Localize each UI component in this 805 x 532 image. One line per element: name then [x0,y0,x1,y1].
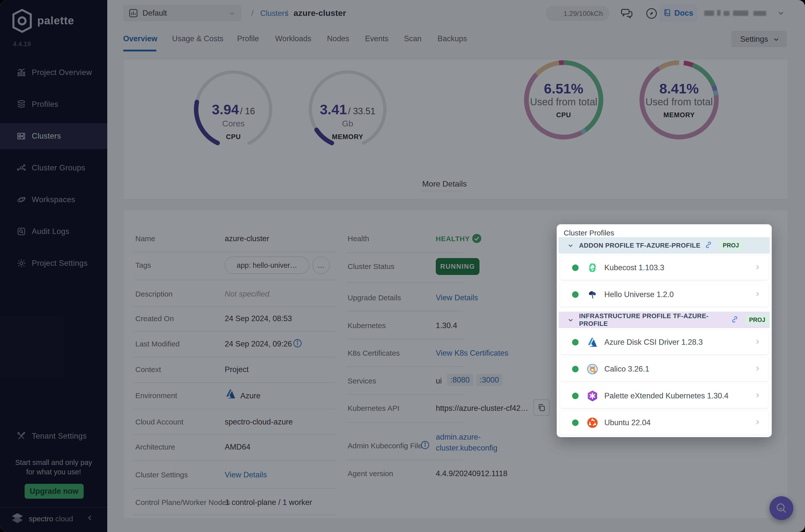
status-dot [572,419,578,426]
kubecost-icon [586,261,599,274]
status-dot [572,393,578,399]
chevron-right-icon [754,392,761,400]
pxk-icon [586,390,599,402]
chevron-right-icon [754,290,761,299]
pack-row-calico[interactable]: Calico 3.26.1 [560,357,768,381]
chevron-right-icon [754,418,761,427]
chevron-right-icon [754,338,761,346]
infrastructure-profile-section-header[interactable]: INFRASTRUCTURE PROFILE TF-AZURE-PROFILE … [559,312,770,328]
pack-row-hello-universe[interactable]: Hello Universe 1.2.0 [560,282,768,307]
chevron-down-icon [567,242,574,250]
proj-scope-badge: PROJ [718,240,743,251]
hello-universe-icon [586,288,599,301]
chevron-right-icon [754,264,761,272]
status-dot [572,366,578,372]
addon-profile-section-header[interactable]: ADDON PROFILE TF-AZURE-PROFILE PROJ [559,237,770,253]
status-dot [572,265,578,271]
link-icon [705,241,712,250]
app-window: palette 4.4.19 Project Overview Profiles… [0,0,805,532]
pack-row-palette-extended-kubernetes[interactable]: Palette eXtended Kubernetes 1.30.4 [560,384,768,408]
pack-row-azure-disk[interactable]: Azure Disk CSI Driver 1.28.3 [560,330,768,355]
cluster-profiles-popup: Cluster Profiles ADDON PROFILE TF-AZURE-… [557,224,772,437]
ubuntu-icon [586,416,599,429]
chevron-down-icon [567,317,574,325]
popup-title: Cluster Profiles [564,229,614,237]
status-dot [572,339,578,345]
chevron-right-icon [754,365,761,373]
link-icon [731,316,739,324]
pack-row-kubecost[interactable]: Kubecost 1.103.3 [560,255,768,280]
pack-row-ubuntu[interactable]: Ubuntu 22.04 [560,411,768,435]
azure-disk-icon [586,336,599,349]
proj-scope-badge: PROJ [745,315,770,325]
status-dot [572,291,578,298]
calico-icon [586,363,599,376]
